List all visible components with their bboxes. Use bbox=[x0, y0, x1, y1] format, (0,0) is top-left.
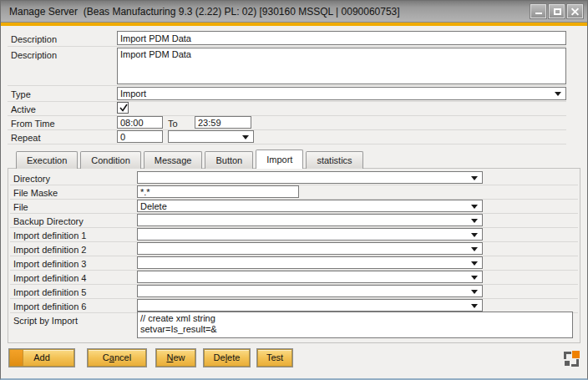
chevron-down-icon bbox=[471, 247, 478, 251]
maximize-icon bbox=[554, 8, 561, 15]
window-title: Manage Server (Beas Manufacturing 9.3 (2… bbox=[9, 1, 400, 23]
chevron-down-icon bbox=[471, 276, 478, 280]
active-label: Active bbox=[11, 104, 36, 114]
add-button[interactable]: Add bbox=[9, 349, 74, 367]
to-time-input[interactable] bbox=[195, 116, 251, 129]
chevron-down-icon bbox=[471, 233, 478, 237]
import-definition-4-label: Import definition 4 bbox=[13, 273, 86, 283]
backup-directory-dropdown[interactable] bbox=[137, 214, 483, 226]
title-bar: Manage Server (Beas Manufacturing 9.3 (2… bbox=[1, 1, 587, 23]
script-by-import-label: Script by Import bbox=[13, 316, 78, 326]
accent-bar bbox=[1, 23, 587, 26]
new-button[interactable]: New bbox=[156, 349, 195, 367]
repeat-interval-dropdown[interactable] bbox=[168, 130, 254, 143]
import-definition-3-dropdown[interactable] bbox=[137, 256, 483, 269]
chevron-down-icon bbox=[471, 261, 478, 266]
description-label: Description bbox=[11, 34, 57, 44]
repeat-input[interactable] bbox=[117, 130, 163, 143]
tab-message[interactable]: Message bbox=[144, 151, 203, 169]
import-definition-2-label: Import definition 2 bbox=[13, 245, 86, 255]
chevron-down-icon bbox=[555, 92, 561, 96]
file-maske-label: File Maske bbox=[13, 188, 58, 198]
chevron-down-icon bbox=[471, 290, 478, 294]
import-definition-2-dropdown[interactable] bbox=[137, 242, 483, 255]
backup-directory-label: Backup Directory bbox=[13, 216, 84, 226]
import-definition-4-dropdown[interactable] bbox=[137, 271, 483, 283]
delete-button[interactable]: Delete bbox=[204, 349, 250, 367]
directory-dropdown[interactable] bbox=[137, 171, 483, 184]
to-label: To bbox=[168, 119, 178, 129]
cancel-button[interactable]: Cancel bbox=[88, 349, 146, 367]
import-definition-5-dropdown[interactable] bbox=[137, 285, 483, 297]
description-input[interactable] bbox=[117, 31, 566, 45]
window-controls bbox=[530, 4, 583, 18]
tab-button[interactable]: Button bbox=[205, 151, 253, 169]
description-textarea[interactable]: Import PDM Data bbox=[117, 48, 566, 84]
active-checkbox[interactable] bbox=[117, 102, 129, 114]
import-tab-panel: Script by Import // create xml string se… bbox=[8, 168, 580, 343]
directory-label: Directory bbox=[13, 174, 50, 184]
import-definition-1-label: Import definition 1 bbox=[13, 231, 86, 241]
manage-server-window: Manage Server (Beas Manufacturing 9.3 (2… bbox=[0, 0, 588, 380]
chevron-down-icon bbox=[471, 219, 478, 223]
from-time-label: From Time bbox=[11, 119, 55, 129]
close-button[interactable] bbox=[567, 4, 583, 18]
chevron-down-icon bbox=[471, 205, 478, 209]
minimize-button[interactable] bbox=[530, 4, 546, 18]
chevron-down-icon bbox=[471, 176, 478, 180]
chevron-down-icon bbox=[471, 304, 478, 308]
minimize-icon bbox=[535, 13, 542, 14]
repeat-label: Repeat bbox=[11, 133, 40, 143]
collapse-expand-icon[interactable] bbox=[562, 350, 580, 368]
description-multi-label: Description bbox=[11, 50, 57, 60]
from-time-input[interactable] bbox=[117, 116, 163, 129]
tab-execution[interactable]: Execution bbox=[16, 151, 78, 169]
file-dropdown[interactable]: Delete bbox=[137, 200, 483, 212]
import-definition-5-label: Import definition 5 bbox=[13, 287, 86, 297]
tab-import[interactable]: Import bbox=[256, 149, 303, 169]
type-label: Type bbox=[11, 89, 31, 99]
checkmark-icon bbox=[118, 102, 129, 114]
file-label: File bbox=[13, 202, 28, 212]
import-definition-3-label: Import definition 3 bbox=[13, 259, 86, 269]
test-button[interactable]: Test bbox=[257, 349, 292, 367]
tab-statistics[interactable]: statistics bbox=[306, 151, 362, 169]
tab-bar: ExecutionConditionMessageButtonImportsta… bbox=[16, 149, 366, 169]
import-definition-1-dropdown[interactable] bbox=[137, 228, 483, 241]
chevron-down-icon bbox=[242, 135, 249, 139]
file-maske-input[interactable] bbox=[137, 185, 299, 198]
import-definition-6-dropdown[interactable] bbox=[137, 299, 483, 312]
import-definition-6-label: Import definition 6 bbox=[13, 301, 86, 312]
type-dropdown[interactable]: Import bbox=[117, 87, 566, 100]
tab-condition[interactable]: Condition bbox=[80, 151, 140, 169]
script-by-import-textarea[interactable]: // create xml string setvar=Is_result=& bbox=[137, 312, 573, 338]
maximize-button[interactable] bbox=[549, 4, 565, 18]
